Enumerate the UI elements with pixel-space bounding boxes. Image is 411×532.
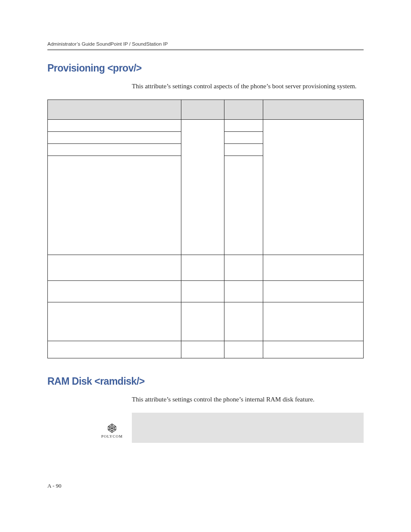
table-header-cell [48,100,181,120]
running-header: Administrator’s Guide SoundPoint IP / So… [47,41,364,49]
table-cell [224,255,263,281]
table-cell [181,281,224,302]
table-row [48,120,364,132]
table-cell [48,120,181,132]
section-title-ramdisk: RAM Disk <ramdisk/> [47,376,364,387]
table-cell [48,281,181,302]
note-box [132,413,364,443]
table-row [48,255,364,281]
table-cell [48,144,181,156]
table-cell [263,255,364,281]
table-cell [263,120,364,255]
table-cell [224,302,263,341]
polycom-logo-icon [106,423,118,433]
table-cell [224,120,263,132]
table-cell [263,341,364,358]
polycom-logo-text: POLYCOM [101,434,123,439]
table-cell [224,132,263,144]
header-rule [47,49,364,50]
table-header-cell [263,100,364,120]
table-row [48,281,364,302]
table-cell [181,302,224,341]
polycom-logo: POLYCOM [101,423,123,439]
table-cell [224,281,263,302]
table-cell [181,255,224,281]
table-cell [181,341,224,358]
table-header-row [48,100,364,120]
table-cell [48,132,181,144]
page-number: A - 90 [47,482,62,489]
table-cell [48,156,181,255]
table-cell [48,255,181,281]
table-cell [48,302,181,341]
table-cell [224,341,263,358]
table-cell [263,302,364,341]
table-cell [224,156,263,255]
table-header-cell [181,100,224,120]
table-cell [181,120,224,255]
table-header-cell [224,100,263,120]
provisioning-table [47,100,364,358]
section-title-provisioning: Provisioning <prov/> [47,62,364,74]
table-row [48,302,364,341]
provisioning-intro: This attribute’s settings control aspect… [132,82,364,91]
table-cell [263,281,364,302]
table-cell [48,341,181,358]
table-cell [224,144,263,156]
ramdisk-intro: This attribute’s settings control the ph… [132,395,364,404]
table-row [48,341,364,358]
